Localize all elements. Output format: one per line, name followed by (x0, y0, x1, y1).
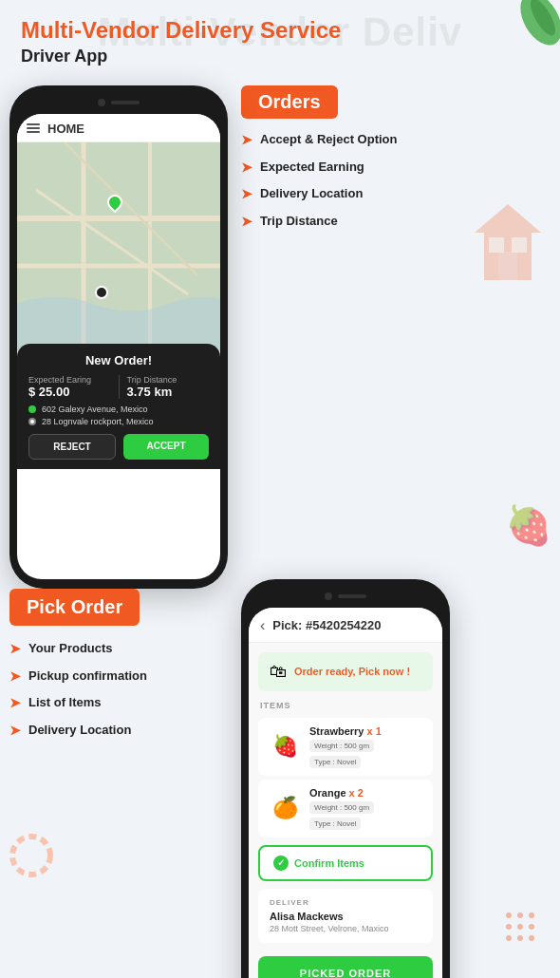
pick-feature-1: ➤ Your Products (9, 641, 228, 657)
product-tag-1-0: Weight : 500 gm (309, 801, 374, 814)
phone-notch (81, 95, 157, 110)
confirm-items-button[interactable]: ✓ Confirm Items (258, 845, 433, 881)
speaker-bar (111, 101, 140, 104)
deliver-label: DELIVER (270, 898, 421, 907)
order-info-row: Expected Earing $ 25.00 Trip Distance 3.… (28, 375, 209, 399)
order-distance-box: Trip Distance 3.75 km (127, 375, 210, 399)
pick-order-banner: Pick Order (9, 589, 140, 626)
address-text-1: 602 Galexy Avenue, Mexico (42, 404, 147, 414)
product-qty-0: x 1 (367, 725, 382, 737)
confirm-items-label: Confirm Items (294, 857, 364, 869)
order-feature-text-3: Delivery Location (260, 186, 363, 200)
arrow-icon-3: ➤ (241, 186, 252, 202)
product-tag-1-1: Type : Novel (309, 818, 361, 830)
reject-button[interactable]: REJECT (28, 434, 116, 460)
dot-green (28, 405, 36, 413)
order-feature-2: ➤ Expected Earning (241, 160, 545, 176)
order-buttons: REJECT ACCEPT (28, 434, 209, 469)
pick-arrow-3: ➤ (9, 695, 21, 711)
accept-button[interactable]: ACCEPT (123, 434, 209, 460)
main-title-area: Multi-Vendor Delivery Service Driver App (0, 0, 560, 66)
back-arrow-icon[interactable]: ‹ (260, 617, 265, 634)
order-address: 602 Galexy Avenue, Mexico 28 Lognvale ro… (28, 404, 209, 426)
pick-feature-text-3: List of Items (28, 695, 102, 709)
phone-header-title: HOME (47, 122, 84, 136)
product-qty-1: x 2 (349, 787, 364, 799)
deliver-address: 28 Mott Street, Velrone, Maxico (270, 924, 421, 933)
camera-dot (98, 99, 105, 106)
deliver-section: DELIVER Alisa Mackews 28 Mott Street, Ve… (258, 889, 433, 943)
distance-value: 3.75 km (127, 385, 210, 399)
pick-order-left: Pick Order ➤ Your Products ➤ Pickup conf… (9, 570, 228, 978)
map-roads (17, 142, 220, 351)
orders-feature-list: ➤ Accept & Reject Option ➤ Expected Earn… (241, 132, 545, 230)
order-feature-4: ➤ Trip Distance (241, 214, 545, 230)
distance-label: Trip Distance (127, 375, 210, 385)
product-info-0: Strawberry x 1 Weight : 500 gm Type : No… (309, 725, 423, 768)
pick-feature-text-2: Pickup confirmation (28, 668, 147, 683)
product-item-1: 🍊 Orange x 2 Weight : 500 gm Type : Nove… (258, 780, 433, 837)
top-content-area: HOME (0, 66, 560, 589)
arrow-icon-2: ➤ (241, 160, 252, 176)
product-tag-0-1: Type : Novel (309, 756, 361, 768)
pick-feature-3: ➤ List of Items (9, 695, 228, 711)
product-item-0: 🍓 Strawberry x 1 Weight : 500 gm Type : … (258, 718, 433, 776)
phone-screen-2: ‹ Pick: #5420254220 🛍 Order ready, Pick … (249, 608, 442, 978)
earning-value: $ 25.00 (28, 385, 111, 399)
order-feature-text-2: Expected Earning (260, 160, 364, 174)
phone-mockup-2: ‹ Pick: #5420254220 🛍 Order ready, Pick … (241, 579, 450, 978)
address-item-1: 602 Galexy Avenue, Mexico (28, 404, 209, 414)
order-ready-banner: 🛍 Order ready, Pick now ! (258, 652, 433, 691)
arrow-icon-1: ➤ (241, 132, 252, 148)
check-circle-icon: ✓ (273, 856, 289, 871)
map-marker-dest (95, 286, 108, 299)
map-area (17, 142, 220, 351)
phone-header: HOME (17, 114, 220, 142)
dot-black (28, 418, 36, 425)
pick-feature-text-4: Delivery Location (28, 723, 131, 737)
product-name-1: Orange x 2 (309, 787, 423, 799)
arrow-icon-4: ➤ (241, 214, 252, 230)
order-card-title: New Order! (28, 353, 209, 367)
deliver-name: Alisa Mackews (270, 911, 421, 922)
bag-icon: 🛍 (270, 662, 287, 682)
app-subtitle: Driver App (21, 47, 539, 66)
pick-order-number: Pick: #5420254220 (272, 618, 381, 632)
product-tag-0-0: Weight : 500 gm (309, 740, 374, 752)
orders-right-panel: Orders ➤ Accept & Reject Option ➤ Expect… (228, 76, 551, 589)
order-feature-text-4: Trip Distance (260, 214, 338, 228)
pick-feature-text-1: Your Products (28, 641, 113, 655)
items-label: ITEMS (249, 691, 442, 714)
order-feature-1: ➤ Accept & Reject Option (241, 132, 545, 148)
hamburger-icon[interactable] (27, 122, 40, 135)
earning-label: Expected Earing (28, 375, 111, 385)
app-title: Multi-Vendor Delivery Service (21, 17, 539, 45)
pick-order-feature-list: ➤ Your Products ➤ Pickup confirmation ➤ … (9, 641, 228, 739)
product-img-0: 🍓 (268, 729, 302, 763)
pick-feature-2: ➤ Pickup confirmation (9, 668, 228, 685)
ring-decoration (8, 832, 55, 883)
phone2-header: ‹ Pick: #5420254220 (249, 608, 442, 643)
order-ready-text: Order ready, Pick now ! (294, 666, 410, 677)
phone2-notch (308, 589, 383, 604)
svg-point-13 (12, 837, 50, 875)
order-feature-3: ➤ Delivery Location (241, 186, 545, 202)
pick-arrow-1: ➤ (9, 641, 21, 657)
phone2-camera (325, 592, 332, 600)
product-tags-1: Weight : 500 gm Type : Novel (309, 801, 423, 830)
pick-feature-4: ➤ Delivery Location (9, 723, 228, 739)
picked-order-button[interactable]: PICKED ORDER (258, 956, 433, 978)
product-name-0: Strawberry x 1 (309, 725, 423, 737)
address-item-2: 28 Lognvale rockport, Mexico (28, 417, 209, 426)
bottom-content-area: Pick Order ➤ Your Products ➤ Pickup conf… (0, 570, 560, 978)
pick-arrow-2: ➤ (9, 668, 21, 685)
product-tags-0: Weight : 500 gm Type : Novel (309, 740, 423, 768)
pick-arrow-4: ➤ (9, 723, 21, 739)
address-text-2: 28 Lognvale rockport, Mexico (42, 417, 154, 426)
phone-mockup-1: HOME (9, 85, 228, 589)
order-feature-text-1: Accept & Reject Option (260, 132, 397, 146)
product-info-1: Orange x 2 Weight : 500 gm Type : Novel (309, 787, 423, 830)
info-divider (119, 375, 120, 399)
phone2-speaker (338, 594, 366, 598)
phone-screen-1: HOME (17, 114, 220, 579)
